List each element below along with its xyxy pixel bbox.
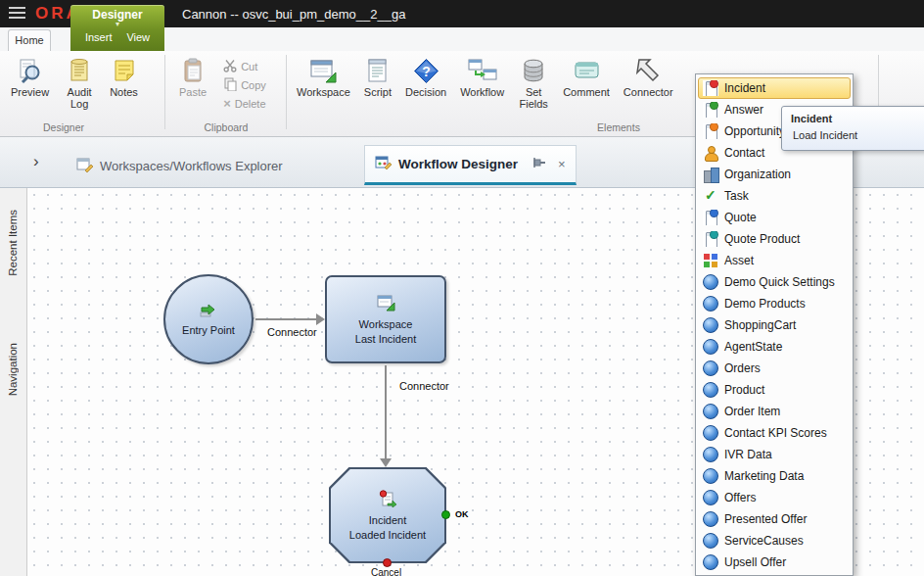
menu-item-label: IVR Data [724,448,772,461]
ic-custom-icon [703,317,718,333]
ic-task-icon [703,188,718,204]
menu-item-demo-quick-settings[interactable]: Demo Quick Settings [698,271,851,293]
clipboard-group-label: Clipboard [182,121,270,133]
menu-item-organization[interactable]: Organization [698,164,851,185]
entry-point-node[interactable]: Entry Point [163,274,254,364]
menu-item-presented-offer[interactable]: Presented Offer [698,508,851,530]
menu-item-quote-product[interactable]: Quote Product [698,228,851,250]
tab-workspaces-workflows-explorer[interactable]: Workspaces/Workflows Explorer [76,151,283,180]
copy-button[interactable]: Copy [219,75,270,94]
ic-custom-icon [703,404,718,419]
incident-node-subtitle: Loaded Incident [349,529,426,541]
explorer-tab-label: Workspaces/Workflows Explorer [100,159,283,173]
connector-element-button[interactable]: Connector [617,53,680,116]
comment-icon [574,55,600,86]
cancel-port[interactable] [383,558,392,567]
connector-label[interactable]: Connector [397,380,451,392]
menu-item-label: Marketing Data [724,469,804,483]
menu-item-incident[interactable]: Incident [698,77,851,99]
menu-item-asset[interactable]: Asset [698,250,851,271]
notes-button[interactable]: Notes [103,53,145,116]
decision-element-button[interactable]: ? Decision [398,53,453,116]
pin-tab-icon[interactable] [532,156,547,172]
workspace-node[interactable]: Workspace Last Incident [325,275,446,363]
menu-item-label: Demo Quick Settings [724,275,835,289]
menu-item-contact-kpi-scores[interactable]: Contact KPI Scores [698,422,851,444]
preview-label: Preview [11,86,49,98]
connector-element-label: Connector [624,86,673,98]
script-element-button[interactable]: Script [357,53,398,116]
menu-item-label: ServiceCauses [724,534,804,548]
paste-button[interactable]: Paste [172,53,213,116]
menu-item-label: Upsell Offer [724,555,786,569]
menu-item-servicecauses[interactable]: ServiceCauses [698,530,851,552]
cut-button[interactable]: Cut [219,57,270,75]
workspace-node-icon [376,294,395,315]
app-menu-caret-icon: ▾ [70,22,164,27]
workspace-element-label: Workspace [297,86,350,98]
paste-label: Paste [179,86,207,98]
menu-item-ivr-data[interactable]: IVR Data [698,444,851,465]
app-menu-designer[interactable]: Designer ▾ Insert View [70,5,164,51]
workspace-node-subtitle: Last Incident [355,333,416,345]
delete-button[interactable]: × Delete [219,94,270,113]
audit-log-button[interactable]: Audit Log [56,53,103,116]
menu-item-label: Demo Products [724,297,806,311]
menu-item-demo-products[interactable]: Demo Products [698,293,851,314]
menu-item-shoppingcart[interactable]: ShoppingCart [698,314,851,336]
tab-home[interactable]: Home [8,29,51,51]
connector-arrowhead [380,458,392,467]
copy-icon [223,77,237,93]
ic-custom-icon [703,425,718,441]
tab-workflow-designer[interactable]: Workflow Designer × [364,145,577,185]
ic-incident-icon [703,80,718,96]
audit-log-icon [67,55,92,86]
ic-opportunity-icon [703,123,718,139]
cancel-port-label: Cancel [369,567,403,576]
menu-item-task[interactable]: Task [698,185,851,207]
menu-item-marketing-data[interactable]: Marketing Data [698,465,851,487]
ic-custom-icon [703,296,718,312]
expand-chevron[interactable]: › [33,152,39,171]
close-tab-icon[interactable]: × [558,157,566,171]
tab-insert[interactable]: Insert [85,31,113,43]
preview-button[interactable]: Preview [4,53,56,116]
menu-item-quote[interactable]: Quote [698,207,851,228]
ribbon-separator [286,55,287,129]
delete-label: Delete [235,98,266,110]
set-fields-button[interactable]: Set Fields [511,53,556,116]
menu-item-label: Offers [724,491,756,504]
designer-tab-icon [375,155,392,173]
tab-view[interactable]: View [126,31,150,43]
menu-item-product[interactable]: Product [698,379,851,401]
workspace-node-title: Workspace [359,318,413,330]
menu-item-upsell-offer[interactable]: Upsell Offer [698,552,851,573]
menu-item-agentstate[interactable]: AgentState [698,336,851,358]
connector-arrowhead [316,313,325,325]
connector-label[interactable]: Connector [265,326,319,338]
connector-line[interactable] [385,365,387,459]
explorer-tab-icon [76,157,93,175]
menu-item-order-item[interactable]: Order Item [698,401,851,422]
menu-item-label: Task [724,189,749,203]
workspace-element-button[interactable]: Workspace [290,53,357,116]
decision-element-label: Decision [405,86,446,98]
workflow-icon [468,55,497,86]
incident-node-icon [379,490,396,511]
workflow-element-button[interactable]: Workflow [453,53,511,116]
incident-node[interactable]: Incident Loaded Incident [329,467,446,563]
recent-items-panel-tab[interactable]: Recent Items [7,210,19,276]
comment-element-button[interactable]: Comment [556,53,617,116]
side-rail: Recent Items Navigation [0,188,27,576]
svg-text:?: ? [422,64,431,79]
ok-port[interactable] [441,510,450,519]
audit-log-label: Audit Log [63,86,96,110]
navigation-panel-tab[interactable]: Navigation [7,343,19,396]
cut-label: Cut [241,61,257,72]
connector-line[interactable] [255,318,316,320]
menu-item-label: Order Item [724,405,780,418]
hamburger-menu-icon[interactable] [9,7,25,20]
menu-item-offers[interactable]: Offers [698,487,851,508]
copy-label: Copy [241,79,266,91]
menu-item-orders[interactable]: Orders [698,358,851,379]
